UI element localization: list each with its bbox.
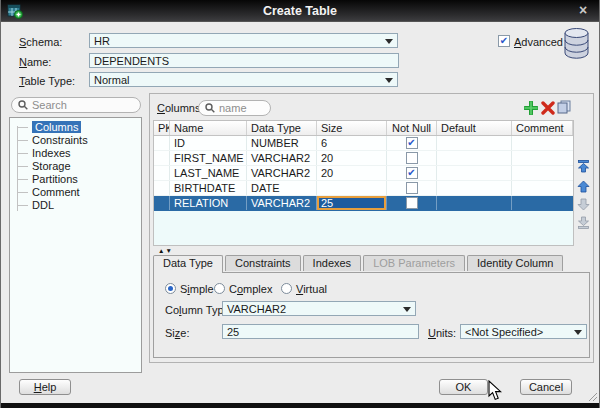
header-default: Default: [437, 121, 512, 135]
chevron-down-icon: [385, 78, 393, 83]
chevron-down-icon: [574, 330, 582, 335]
chevron-down-icon: [403, 307, 411, 312]
sidebar-item-comment[interactable]: Comment: [10, 186, 80, 199]
not-null-checkbox[interactable]: ✔: [406, 137, 418, 149]
search-icon: [18, 100, 28, 110]
radio-virtual-label[interactable]: Virtual: [296, 283, 327, 295]
columns-filter-input[interactable]: name: [198, 100, 271, 116]
radio-simple[interactable]: [165, 283, 176, 294]
check-icon: ✔: [500, 36, 508, 46]
not-null-checkbox[interactable]: [406, 182, 418, 194]
header-name: Name: [170, 121, 247, 135]
radio-complex-label[interactable]: Complex: [229, 283, 272, 295]
schema-label: Schema:: [19, 36, 62, 48]
units-combo[interactable]: <Not Specified>: [460, 324, 587, 339]
units-label: Units:: [428, 327, 456, 339]
window-bottom-border: [1, 403, 599, 408]
size-cell-editing[interactable]: 25: [317, 196, 387, 210]
tab-data-type[interactable]: Data Type: [153, 255, 223, 273]
sidebar-item-indexes[interactable]: Indexes: [10, 147, 71, 160]
table-type-value: Normal: [94, 74, 129, 86]
table-empty-area: [154, 211, 573, 245]
table-row[interactable]: ID NUMBER 6 ✔: [154, 136, 573, 151]
not-null-checkbox[interactable]: [406, 152, 418, 164]
close-icon[interactable]: ×: [575, 2, 591, 18]
size-value: 25: [227, 326, 239, 338]
cancel-button[interactable]: Cancel: [520, 379, 572, 395]
radio-virtual[interactable]: [281, 283, 292, 294]
name-value: DEPENDENTS: [94, 55, 169, 67]
header-pk: PK: [154, 121, 170, 135]
sidebar-item-columns[interactable]: Columns: [10, 121, 81, 134]
sidebar-item-constraints[interactable]: Constraints: [10, 134, 88, 147]
radio-simple-label[interactable]: Simple: [180, 283, 214, 295]
header-size: Size: [317, 121, 387, 135]
tab-constraints[interactable]: Constraints: [225, 255, 301, 271]
table-row[interactable]: FIRST_NAME VARCHAR2 20: [154, 151, 573, 166]
columns-label: Columns:: [157, 102, 203, 114]
sidebar-item-ddl[interactable]: DDL: [10, 199, 54, 212]
sidebar-search-input[interactable]: Search: [11, 97, 141, 113]
add-column-icon[interactable]: [524, 101, 538, 115]
data-type-tab-panel: Simple Complex Virtual Column Type: VARC…: [153, 272, 590, 358]
detail-tabs: Data Type Constraints Indexes LOB Parame…: [153, 255, 563, 272]
database-icon: [562, 27, 591, 59]
not-null-checkbox[interactable]: ✔: [406, 167, 418, 179]
titlebar[interactable]: Create Table ×: [1, 0, 599, 22]
chevron-down-icon: [385, 39, 393, 44]
columns-filter-placeholder: name: [219, 102, 247, 114]
copy-column-icon[interactable]: [557, 100, 571, 114]
radio-complex[interactable]: [214, 283, 225, 294]
table-row[interactable]: LAST_NAME VARCHAR2 20 ✔: [154, 166, 573, 181]
create-table-icon: [7, 3, 23, 19]
move-down-icon: [577, 198, 590, 211]
mouse-cursor: [488, 380, 502, 401]
table-row-selected[interactable]: RELATION VARCHAR2 25: [154, 196, 573, 211]
search-icon: [205, 103, 215, 113]
delete-column-icon[interactable]: [541, 101, 555, 115]
move-up-icon[interactable]: [577, 180, 590, 193]
units-value: <Not Specified>: [465, 326, 543, 338]
tab-indexes[interactable]: Indexes: [303, 255, 362, 271]
columns-table: PK Name Data Type Size Not Null Default …: [153, 120, 574, 246]
header-datatype: Data Type: [247, 121, 317, 135]
advanced-label: Advanced: [514, 36, 563, 48]
resize-grip[interactable]: [588, 392, 597, 401]
settings-tree: Columns Constraints Indexes Storage Part…: [9, 117, 142, 373]
move-to-top-icon[interactable]: [577, 160, 590, 173]
columns-panel: Columns: name PK Name Data Type Size: [149, 93, 594, 363]
move-to-bottom-icon: [577, 216, 590, 229]
create-table-dialog: Create Table × Schema: HR ✔ Advanced Nam…: [0, 0, 600, 408]
column-type-value: VARCHAR2: [227, 303, 286, 315]
tab-identity-column[interactable]: Identity Column: [467, 255, 563, 271]
table-type-label: Table Type:: [19, 75, 75, 87]
not-null-checkbox[interactable]: [406, 197, 418, 209]
ok-button[interactable]: OK: [439, 379, 488, 395]
header-notnull: Not Null: [387, 121, 437, 135]
splitter-handle-icon[interactable]: ▲▼: [158, 247, 173, 254]
name-input[interactable]: DEPENDENTS: [89, 53, 399, 68]
size-label: Size:: [165, 327, 189, 339]
tab-lob-parameters: LOB Parameters: [363, 255, 465, 271]
sidebar-item-partitions[interactable]: Partitions: [10, 173, 78, 186]
column-type-combo[interactable]: VARCHAR2: [222, 301, 416, 316]
schema-combo[interactable]: HR: [89, 33, 398, 48]
table-type-combo[interactable]: Normal: [89, 72, 398, 87]
dialog-title: Create Table: [263, 4, 337, 18]
name-label: Name:: [19, 56, 51, 68]
table-header-row[interactable]: PK Name Data Type Size Not Null Default …: [154, 121, 573, 136]
sidebar-search-placeholder: Search: [32, 99, 67, 111]
schema-value: HR: [94, 35, 110, 47]
advanced-checkbox[interactable]: ✔: [498, 35, 510, 47]
size-input[interactable]: 25: [222, 324, 419, 339]
table-row[interactable]: BIRTHDATE DATE: [154, 181, 573, 196]
header-comment: Comment: [512, 121, 573, 135]
sidebar-item-storage[interactable]: Storage: [10, 160, 71, 173]
help-button[interactable]: Help: [19, 379, 71, 395]
